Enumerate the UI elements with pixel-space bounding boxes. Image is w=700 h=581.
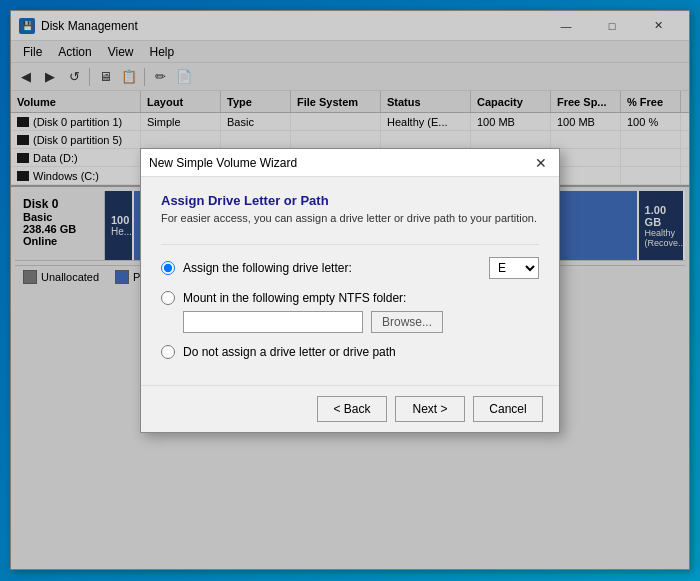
modal-overlay: New Simple Volume Wizard ✕ Assign Drive … [0,0,700,581]
option-assign-letter: Assign the following drive letter: E F G… [161,257,539,279]
drive-letter-select[interactable]: E F G H [489,257,539,279]
radio-no-letter[interactable] [161,345,175,359]
dialog-content: Assign Drive Letter or Path For easier a… [141,177,559,385]
radio-label-no-letter: Do not assign a drive letter or drive pa… [183,345,539,359]
ntfs-input-row: Browse... [183,311,539,333]
option-mount-wrapper: Mount in the following empty NTFS folder… [161,291,539,333]
next-button[interactable]: Next > [395,396,465,422]
option-no-letter: Do not assign a drive letter or drive pa… [161,345,539,359]
radio-assign-letter[interactable] [161,261,175,275]
dialog-title-bar: New Simple Volume Wizard ✕ [141,149,559,177]
divider [161,244,539,245]
radio-mount-ntfs[interactable] [161,291,175,305]
radio-label-mount-ntfs: Mount in the following empty NTFS folder… [183,291,539,305]
browse-button[interactable]: Browse... [371,311,443,333]
dialog-close-button[interactable]: ✕ [531,153,551,173]
dialog-section-title: Assign Drive Letter or Path [161,193,539,208]
back-button[interactable]: < Back [317,396,387,422]
dialog: New Simple Volume Wizard ✕ Assign Drive … [140,148,560,433]
option-group: Assign the following drive letter: E F G… [161,257,539,359]
cancel-button[interactable]: Cancel [473,396,543,422]
dialog-footer: < Back Next > Cancel [141,385,559,432]
dialog-title: New Simple Volume Wizard [149,156,531,170]
dialog-section-desc: For easier access, you can assign a driv… [161,212,539,224]
ntfs-path-input[interactable] [183,311,363,333]
radio-label-assign-letter: Assign the following drive letter: [183,261,481,275]
option-mount-ntfs: Mount in the following empty NTFS folder… [161,291,539,305]
